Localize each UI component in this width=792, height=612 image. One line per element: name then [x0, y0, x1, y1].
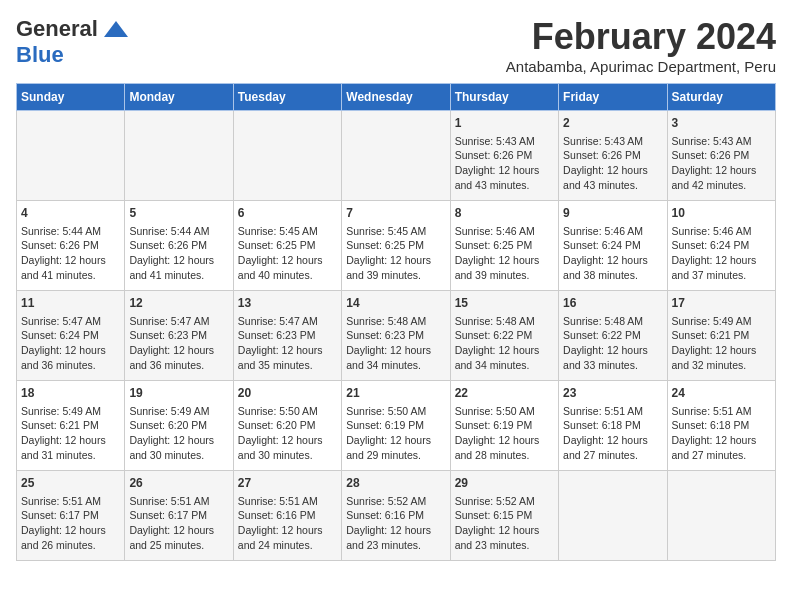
day-content-line: Daylight: 12 hours	[129, 253, 228, 268]
calendar-title: February 2024	[506, 16, 776, 58]
day-content-line: Daylight: 12 hours	[455, 433, 554, 448]
day-content-line: Daylight: 12 hours	[346, 433, 445, 448]
day-content-line: Sunrise: 5:47 AM	[238, 314, 337, 329]
logo-icon	[102, 19, 130, 39]
day-content-line: Sunrise: 5:48 AM	[346, 314, 445, 329]
day-content-line: Sunset: 6:17 PM	[129, 508, 228, 523]
calendar-cell	[125, 111, 233, 201]
day-content-line: Sunrise: 5:47 AM	[21, 314, 120, 329]
day-number: 11	[21, 295, 120, 312]
calendar-cell: 8Sunrise: 5:46 AMSunset: 6:25 PMDaylight…	[450, 201, 558, 291]
calendar-cell: 25Sunrise: 5:51 AMSunset: 6:17 PMDayligh…	[17, 471, 125, 561]
day-content-line: and 32 minutes.	[672, 358, 771, 373]
calendar-cell: 15Sunrise: 5:48 AMSunset: 6:22 PMDayligh…	[450, 291, 558, 381]
day-content-line: Sunrise: 5:44 AM	[129, 224, 228, 239]
calendar-table: SundayMondayTuesdayWednesdayThursdayFrid…	[16, 83, 776, 561]
day-content-line: and 34 minutes.	[346, 358, 445, 373]
day-content-line: Daylight: 12 hours	[346, 343, 445, 358]
day-number: 1	[455, 115, 554, 132]
day-content-line: Sunset: 6:22 PM	[563, 328, 662, 343]
day-number: 9	[563, 205, 662, 222]
day-number: 7	[346, 205, 445, 222]
logo-blue-text: Blue	[16, 42, 64, 68]
day-number: 3	[672, 115, 771, 132]
day-content-line: and 26 minutes.	[21, 538, 120, 553]
day-content-line: Daylight: 12 hours	[455, 523, 554, 538]
calendar-cell: 13Sunrise: 5:47 AMSunset: 6:23 PMDayligh…	[233, 291, 341, 381]
day-number: 6	[238, 205, 337, 222]
day-content-line: Sunset: 6:20 PM	[129, 418, 228, 433]
page-header: General Blue February 2024 Antabamba, Ap…	[16, 16, 776, 75]
day-content-line: Sunset: 6:25 PM	[455, 238, 554, 253]
logo: General Blue	[16, 16, 130, 68]
calendar-cell: 5Sunrise: 5:44 AMSunset: 6:26 PMDaylight…	[125, 201, 233, 291]
calendar-cell: 21Sunrise: 5:50 AMSunset: 6:19 PMDayligh…	[342, 381, 450, 471]
day-content-line: and 39 minutes.	[346, 268, 445, 283]
day-content-line: Sunrise: 5:50 AM	[346, 404, 445, 419]
weekday-header: Friday	[559, 84, 667, 111]
calendar-cell: 23Sunrise: 5:51 AMSunset: 6:18 PMDayligh…	[559, 381, 667, 471]
day-content-line: Sunrise: 5:51 AM	[563, 404, 662, 419]
day-content-line: and 30 minutes.	[238, 448, 337, 463]
calendar-cell: 29Sunrise: 5:52 AMSunset: 6:15 PMDayligh…	[450, 471, 558, 561]
day-content-line: and 37 minutes.	[672, 268, 771, 283]
day-number: 14	[346, 295, 445, 312]
day-number: 17	[672, 295, 771, 312]
day-content-line: and 30 minutes.	[129, 448, 228, 463]
calendar-week-row: 18Sunrise: 5:49 AMSunset: 6:21 PMDayligh…	[17, 381, 776, 471]
calendar-cell	[667, 471, 775, 561]
day-content-line: Sunrise: 5:50 AM	[238, 404, 337, 419]
day-content-line: Sunrise: 5:51 AM	[238, 494, 337, 509]
day-content-line: Sunset: 6:26 PM	[672, 148, 771, 163]
day-content-line: Sunrise: 5:43 AM	[563, 134, 662, 149]
day-number: 12	[129, 295, 228, 312]
calendar-cell: 1Sunrise: 5:43 AMSunset: 6:26 PMDaylight…	[450, 111, 558, 201]
calendar-cell: 6Sunrise: 5:45 AMSunset: 6:25 PMDaylight…	[233, 201, 341, 291]
day-content-line: Sunrise: 5:49 AM	[129, 404, 228, 419]
calendar-header-row: SundayMondayTuesdayWednesdayThursdayFrid…	[17, 84, 776, 111]
day-content-line: and 40 minutes.	[238, 268, 337, 283]
calendar-cell	[17, 111, 125, 201]
day-content-line: Sunset: 6:17 PM	[21, 508, 120, 523]
weekday-header: Sunday	[17, 84, 125, 111]
day-content-line: Sunset: 6:26 PM	[563, 148, 662, 163]
day-content-line: and 36 minutes.	[129, 358, 228, 373]
day-number: 5	[129, 205, 228, 222]
day-content-line: Daylight: 12 hours	[563, 433, 662, 448]
day-content-line: Sunrise: 5:46 AM	[455, 224, 554, 239]
day-content-line: Sunset: 6:21 PM	[21, 418, 120, 433]
day-content-line: Sunrise: 5:51 AM	[672, 404, 771, 419]
calendar-cell: 4Sunrise: 5:44 AMSunset: 6:26 PMDaylight…	[17, 201, 125, 291]
day-content-line: and 42 minutes.	[672, 178, 771, 193]
calendar-cell: 18Sunrise: 5:49 AMSunset: 6:21 PMDayligh…	[17, 381, 125, 471]
day-content-line: Sunset: 6:19 PM	[455, 418, 554, 433]
weekday-header: Saturday	[667, 84, 775, 111]
day-content-line: Daylight: 12 hours	[672, 343, 771, 358]
day-content-line: and 31 minutes.	[21, 448, 120, 463]
calendar-cell	[559, 471, 667, 561]
calendar-cell: 17Sunrise: 5:49 AMSunset: 6:21 PMDayligh…	[667, 291, 775, 381]
day-content-line: Daylight: 12 hours	[21, 523, 120, 538]
day-content-line: Sunrise: 5:47 AM	[129, 314, 228, 329]
day-content-line: and 28 minutes.	[455, 448, 554, 463]
calendar-cell: 16Sunrise: 5:48 AMSunset: 6:22 PMDayligh…	[559, 291, 667, 381]
day-content-line: Sunrise: 5:51 AM	[129, 494, 228, 509]
day-number: 20	[238, 385, 337, 402]
day-content-line: Sunset: 6:22 PM	[455, 328, 554, 343]
calendar-week-row: 1Sunrise: 5:43 AMSunset: 6:26 PMDaylight…	[17, 111, 776, 201]
day-number: 10	[672, 205, 771, 222]
day-content-line: and 25 minutes.	[129, 538, 228, 553]
day-content-line: Sunset: 6:24 PM	[672, 238, 771, 253]
day-content-line: Sunset: 6:25 PM	[238, 238, 337, 253]
day-content-line: and 33 minutes.	[563, 358, 662, 373]
calendar-location: Antabamba, Apurimac Department, Peru	[506, 58, 776, 75]
day-content-line: Sunset: 6:23 PM	[129, 328, 228, 343]
day-content-line: Daylight: 12 hours	[238, 253, 337, 268]
day-number: 15	[455, 295, 554, 312]
day-number: 19	[129, 385, 228, 402]
day-content-line: and 27 minutes.	[672, 448, 771, 463]
day-content-line: Daylight: 12 hours	[21, 433, 120, 448]
day-number: 4	[21, 205, 120, 222]
day-content-line: Sunrise: 5:48 AM	[563, 314, 662, 329]
day-content-line: Sunrise: 5:43 AM	[672, 134, 771, 149]
